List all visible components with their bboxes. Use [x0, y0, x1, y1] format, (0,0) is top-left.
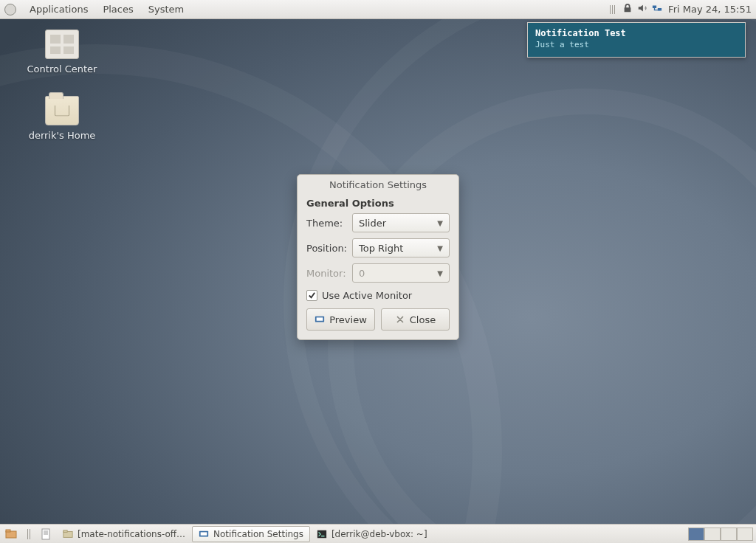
workspace-3[interactable] [721, 528, 737, 541]
theme-value: Slider [359, 218, 386, 229]
task-label: [mate-notifications-off… [78, 529, 185, 539]
notification-body: Just a test [535, 40, 738, 49]
menu-system[interactable]: System [141, 4, 191, 15]
menu-places[interactable]: Places [95, 4, 140, 15]
svg-rect-0 [653, 6, 656, 9]
control-center-icon [45, 30, 79, 59]
task-terminal[interactable]: [derrik@deb-vbox: ~] [310, 526, 434, 542]
volume-icon[interactable] [637, 3, 647, 15]
terminal-icon [317, 529, 327, 539]
close-button-label: Close [410, 314, 436, 325]
desktop-icon-control-center[interactable]: Control Center [18, 30, 106, 75]
use-active-monitor-label: Use Active Monitor [322, 290, 412, 301]
notification-title: Notification Test [535, 28, 738, 38]
svg-rect-8 [63, 530, 67, 532]
close-icon [395, 314, 405, 325]
distro-logo-icon[interactable] [4, 4, 16, 15]
desktop-icon-label: derrik's Home [18, 130, 106, 141]
theme-label: Theme: [306, 218, 352, 229]
position-value: Top Right [359, 243, 403, 254]
task-notification-settings[interactable]: Notification Settings [192, 526, 310, 542]
section-general-options: General Options [306, 198, 450, 209]
chevron-down-icon: ▼ [437, 244, 443, 252]
notification-settings-dialog: Notification Settings General Options Th… [297, 174, 459, 340]
workspace-switcher[interactable] [688, 528, 753, 541]
lock-icon[interactable] [622, 3, 633, 15]
position-label: Position: [306, 243, 352, 254]
workspace-1[interactable] [688, 528, 704, 541]
task-label: Notification Settings [213, 529, 303, 539]
preview-button-label: Preview [329, 314, 367, 325]
dialog-title: Notification Settings [298, 175, 458, 195]
system-tray [610, 3, 662, 15]
svg-rect-3 [317, 317, 323, 320]
dialog-icon [199, 529, 209, 539]
task-mate-notifications[interactable]: [mate-notifications-off… [56, 526, 192, 542]
preview-button[interactable]: Preview [306, 308, 375, 331]
chevron-down-icon: ▼ [437, 269, 443, 277]
use-active-monitor-checkbox[interactable] [306, 290, 317, 301]
network-icon[interactable] [652, 3, 662, 15]
preview-icon [315, 314, 325, 325]
svg-rect-10 [201, 532, 207, 535]
launcher-show-desktop[interactable] [3, 526, 19, 542]
menu-applications[interactable]: Applications [22, 4, 95, 15]
workspace-2[interactable] [704, 528, 721, 541]
theme-combobox[interactable]: Slider ▼ [352, 213, 450, 232]
close-button[interactable]: Close [381, 308, 450, 331]
workspace-4[interactable] [737, 528, 753, 541]
monitor-label: Monitor: [306, 268, 352, 279]
launcher-separator-icon [21, 526, 37, 542]
notification-bubble[interactable]: Notification Test Just a test [527, 22, 746, 58]
monitor-combobox: 0 ▼ [352, 263, 450, 283]
file-manager-icon [63, 529, 73, 539]
top-panel: Applications Places System Fri May 24, 1… [0, 0, 756, 19]
position-combobox[interactable]: Top Right ▼ [352, 238, 450, 257]
clock[interactable]: Fri May 24, 15:51 [668, 4, 752, 15]
svg-rect-11 [317, 530, 326, 538]
monitor-value: 0 [359, 268, 365, 279]
bottom-panel: [mate-notifications-off… Notification Se… [0, 524, 756, 543]
task-label: [derrik@deb-vbox: ~] [331, 529, 427, 539]
desktop-icon-home[interactable]: derrik's Home [18, 96, 106, 141]
chevron-down-icon: ▼ [437, 219, 443, 227]
desktop-icon-label: Control Center [18, 63, 106, 75]
home-folder-icon [45, 96, 79, 125]
svg-rect-5 [6, 530, 10, 532]
tray-separator-icon [610, 5, 615, 14]
launcher-text-editor[interactable] [38, 526, 55, 542]
